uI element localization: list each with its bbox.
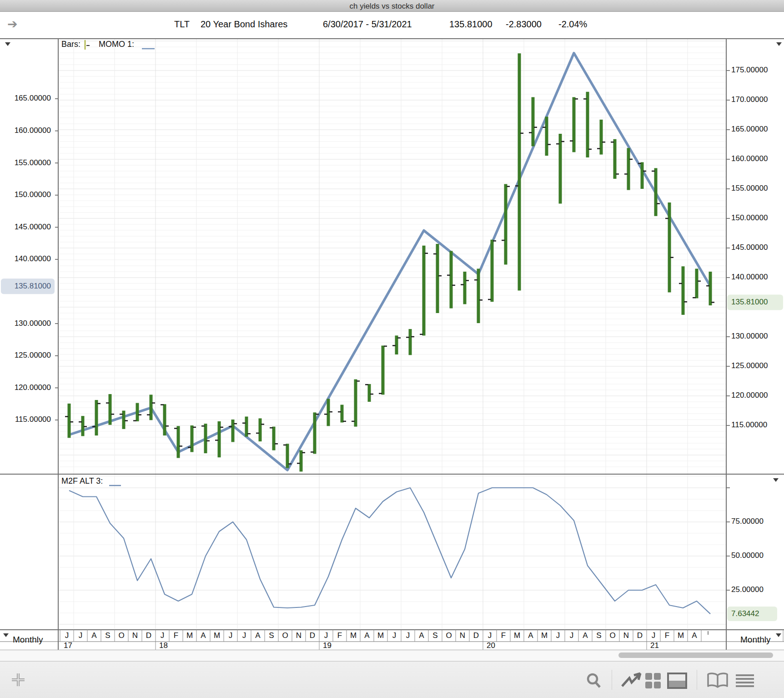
- month-label: J: [556, 631, 560, 640]
- right-axis-label: 170.00000: [731, 95, 768, 104]
- month-label: M: [678, 631, 684, 640]
- right-axis-label: 115.00000: [731, 420, 767, 429]
- timeframe-right-label[interactable]: Monthly: [740, 635, 771, 644]
- m2f-legend-label: M2F ALT 3:: [61, 476, 103, 486]
- right-axis-label: 165.00000: [731, 125, 768, 133]
- left-axis-label: 160.00000: [15, 126, 51, 135]
- chart-canvas: 165.00000160.00000155.00000150.00000145.…: [0, 0, 784, 698]
- month-label: A: [528, 631, 533, 640]
- month-label: J: [488, 631, 492, 640]
- panel-layout-icon[interactable]: [667, 672, 688, 690]
- month-label: F: [337, 631, 342, 640]
- month-label: A: [91, 631, 97, 640]
- month-label: M: [214, 631, 220, 640]
- toolbar-divider: [697, 670, 697, 690]
- forward-arrow-icon[interactable]: ➔: [7, 17, 18, 31]
- window-title-bar[interactable]: ch yields vs stocks dollar: [0, 0, 784, 12]
- right-axis-label: 155.00000: [731, 184, 768, 192]
- right-axis-highlight-value: 135.81000: [731, 298, 768, 306]
- left-axis-label: 130.00000: [15, 319, 51, 328]
- month-label: D: [146, 631, 151, 640]
- trendline-tool-icon[interactable]: [620, 672, 642, 690]
- month-label: A: [583, 631, 588, 640]
- bars-legend-label: Bars:: [61, 40, 80, 49]
- year-label: 17: [64, 641, 72, 650]
- month-label: D: [310, 631, 315, 640]
- right-axis-label: 145.00000: [731, 243, 768, 252]
- month-label: O: [118, 631, 124, 640]
- month-label: A: [692, 631, 697, 640]
- horizontal-scrollbar-thumb[interactable]: [618, 652, 773, 658]
- month-label: A: [201, 631, 206, 640]
- right-axis-label: 130.00000: [731, 332, 768, 340]
- quote-toolbar: ➔ TLT 20 Year Bond Ishares 6/30/2017 - 5…: [0, 12, 784, 38]
- search-icon[interactable]: [585, 672, 603, 690]
- year-label: 21: [650, 641, 659, 650]
- charting-app-window: 165.00000160.00000155.00000150.00000145.…: [0, 0, 784, 698]
- month-label: F: [501, 631, 506, 640]
- year-label: 20: [487, 641, 495, 650]
- month-label: J: [406, 631, 410, 640]
- month-label: J: [229, 631, 233, 640]
- left-axis-label: 150.00000: [15, 190, 51, 199]
- month-label: M: [350, 631, 357, 640]
- month-label: M: [377, 631, 384, 640]
- symbol[interactable]: TLT: [174, 19, 190, 30]
- menu-lines-icon[interactable]: [734, 672, 756, 690]
- month-label: O: [609, 631, 615, 640]
- right-axis-label: 140.00000: [731, 273, 768, 281]
- toolbar-divider: [612, 670, 612, 690]
- month-label: F: [665, 631, 669, 640]
- month-label: D: [637, 631, 643, 640]
- left-axis-label: 155.00000: [15, 158, 51, 167]
- left-axis-label: 125.00000: [15, 351, 51, 359]
- lower-axis-label: 50.00000: [731, 551, 764, 560]
- momo-legend-label: MOMO 1:: [99, 40, 134, 49]
- right-axis-label: 125.00000: [731, 361, 768, 370]
- month-label: D: [473, 631, 479, 640]
- month-label: J: [65, 631, 69, 640]
- month-label: N: [623, 631, 629, 640]
- left-axis-label: 115.00000: [15, 415, 51, 424]
- chart-background: [0, 39, 784, 650]
- price-change-pct: -2.04%: [558, 19, 587, 30]
- layout-grid-icon[interactable]: [644, 672, 663, 690]
- lower-axis-label: 75.00000: [731, 517, 764, 526]
- bottom-toolbar: [0, 661, 784, 698]
- month-label: O: [282, 631, 288, 640]
- security-name: 20 Year Bond Ishares: [201, 19, 287, 30]
- timeframe-left-label[interactable]: Monthly: [13, 635, 43, 644]
- add-chart-button[interactable]: [9, 671, 27, 689]
- month-label: S: [269, 631, 274, 640]
- month-label: J: [570, 631, 574, 640]
- lower-axis-highlight-value: 7.63442: [731, 609, 759, 618]
- month-label: J: [652, 631, 656, 640]
- month-label: F: [174, 631, 178, 640]
- month-label: M: [186, 631, 193, 640]
- horizontal-scrollbar-track[interactable]: [0, 650, 784, 661]
- month-label: A: [255, 631, 261, 640]
- month-label: J: [79, 631, 83, 640]
- month-label: J: [161, 631, 165, 640]
- month-label: A: [419, 631, 424, 640]
- month-label: N: [132, 631, 138, 640]
- right-axis-label: 150.00000: [731, 213, 768, 222]
- price-change: -2.83000: [506, 19, 542, 30]
- left-axis-label: 120.00000: [15, 383, 51, 392]
- date-range: 6/30/2017 - 5/31/2021: [323, 19, 412, 30]
- lower-axis-label: 25.00000: [731, 585, 764, 594]
- year-label: 18: [159, 641, 168, 650]
- month-label: A: [364, 631, 370, 640]
- book-icon[interactable]: [706, 672, 729, 690]
- month-label: M: [514, 631, 520, 640]
- last-price: 135.81000: [449, 19, 493, 30]
- month-label: J: [324, 631, 328, 640]
- month-label: J: [392, 631, 397, 640]
- month-label: S: [596, 631, 601, 640]
- month-label: N: [296, 631, 302, 640]
- left-axis-label: 140.00000: [15, 254, 51, 263]
- month-label: O: [446, 631, 452, 640]
- month-label: S: [105, 631, 110, 640]
- left-axis-label: 165.00000: [15, 94, 51, 102]
- month-label: S: [432, 631, 437, 640]
